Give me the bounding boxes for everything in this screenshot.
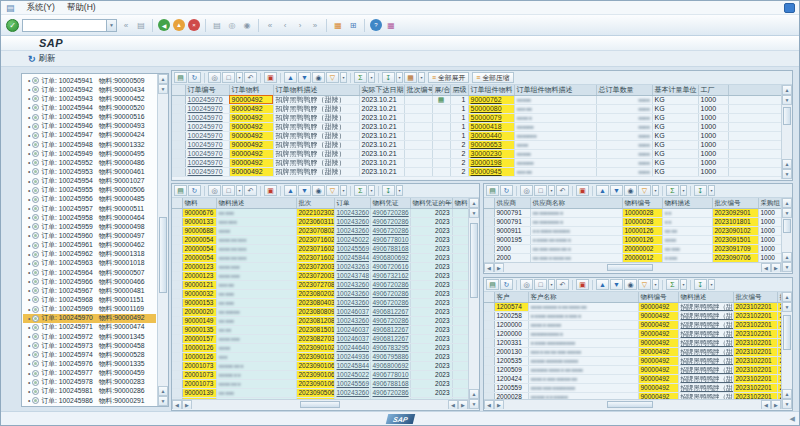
batches-cell[interactable]: 4906720616 [370,262,410,271]
batches-cell[interactable]: 4906720286 [370,316,410,325]
scroll-up-icon[interactable]: ▲ [782,252,792,262]
window-control-button[interactable] [784,3,795,13]
row-selector[interactable] [172,113,185,122]
components-cell[interactable]: 50000080 [468,104,514,113]
window-menu-icon[interactable]: ▤ [6,3,15,13]
column-header[interactable]: 物料描述 [216,198,296,208]
refresh-icon[interactable]: ↻ [188,185,201,196]
scroll-down-icon[interactable]: ▼ [782,208,792,218]
cancel-icon[interactable]: × [188,19,200,31]
column-header[interactable]: 工厂 [698,85,728,95]
column-header[interactable]: 批次编号 [712,198,758,208]
vertical-scrollbar[interactable]: ▲ ▼ ▲ ▼ [781,198,792,272]
last-page-icon[interactable]: » [309,19,321,32]
batches-cell[interactable]: 100245569 [334,379,370,388]
column-header[interactable] [728,85,781,95]
customers-cell[interactable]: 招牌黑鸭鸭脖（甜辣） [678,374,733,383]
scroll-left-icon[interactable]: ◀ [484,400,494,409]
row-selector[interactable] [172,208,182,217]
layout-dropdown-icon[interactable]: ▾ [418,72,425,83]
components-cell[interactable]: 30000198 [468,158,514,167]
batches-cell[interactable]: 4906812267 [370,325,410,334]
scroll-right-icon[interactable]: ▶ [771,263,781,272]
customers-cell[interactable]: 招牌黑鸭鸭脖（甜辣） [678,329,733,338]
export-dropdown-icon[interactable]: ▾ [396,72,403,83]
row-selector[interactable] [484,311,494,320]
copy-icon[interactable]: □ [222,72,235,83]
customers-cell[interactable]: 招牌黑鸭鸭脖（甜辣） [678,356,733,365]
details-icon[interactable]: ▤ [486,279,499,290]
row-selector[interactable] [172,95,185,104]
menu-system[interactable]: 系统(Y) [27,2,55,14]
column-header[interactable]: 客户名称 [528,292,638,302]
column-header[interactable]: 供应商 [494,198,530,208]
batches-cell[interactable]: 100243260 [334,289,370,298]
enter-button[interactable]: ✓ [6,19,19,32]
scroll-left-icon[interactable]: ◀ [172,400,182,409]
components-cell[interactable]: 30000230 [468,149,514,158]
components-cell[interactable]: 100245970 [185,158,229,167]
scroll-down-icon[interactable]: ▼ [782,399,792,409]
delete-icon[interactable]: ▣ [264,185,277,196]
sortdesc-icon[interactable]: ▼ [610,279,623,290]
scroll-down-icon[interactable]: ▼ [469,208,479,218]
column-header[interactable]: 实际下达日期 [359,85,404,95]
row-selector[interactable] [484,226,494,235]
undo-icon[interactable]: ↶ [556,279,569,290]
batches-cell[interactable]: 100243260 [334,208,370,217]
menu-help[interactable]: 帮助(H) [67,2,96,14]
copy-dropdown-icon[interactable]: ▾ [548,279,555,290]
batches-cell[interactable]: 4906788168 [370,379,410,388]
horizontal-scrollbar[interactable]: ◀ ▶ ◀ ▶ [172,399,468,409]
components-cell[interactable]: 30000440 [468,131,514,140]
customers-cell[interactable]: 招牌黑鸭鸭脖（甜辣） [678,347,733,356]
sortdesc-icon[interactable]: ▼ [298,72,311,83]
sum-icon[interactable]: Σ [666,185,679,196]
column-header[interactable]: 订单物料描述 [273,85,359,95]
delete-icon[interactable]: ▣ [576,279,589,290]
batches-cell[interactable]: 4906783295 [370,343,410,352]
column-header[interactable]: 物料凭证的年份 [410,198,452,208]
scroll-up-icon[interactable]: ▲ [158,74,168,84]
filter-dropdown-icon[interactable]: ▾ [652,185,659,196]
row-selector[interactable] [172,298,182,307]
column-header[interactable]: 物料描述 [678,292,733,302]
next-page-icon[interactable]: › [294,19,306,32]
scroll-down-icon[interactable]: ▼ [469,399,479,409]
vertical-scrollbar[interactable]: ▲ ▼ ▲ ▼ [468,198,479,409]
scroll-thumb[interactable] [607,264,653,271]
batches-cell[interactable]: 4906800692 [370,361,410,370]
row-selector[interactable] [484,338,494,347]
row-selector[interactable] [484,356,494,365]
column-header[interactable]: 订单组件物料描述 [514,85,596,95]
scroll-up-icon[interactable]: ▲ [469,389,479,399]
batches-cell[interactable]: 100244936 [334,352,370,361]
tree-item[interactable]: •订单: 100245986物料:90000291 [23,396,156,405]
batches-cell[interactable]: 100245569 [334,244,370,253]
row-selector[interactable] [484,365,494,374]
filter-icon[interactable]: ▽ [638,279,651,290]
column-header[interactable]: 订单 [334,198,370,208]
scroll-thumb[interactable] [470,223,478,298]
tree-scrollbar[interactable]: ▲ ▼ ▲ ▼ [157,74,168,406]
column-header[interactable]: 物料凭 [452,198,468,208]
row-selector[interactable] [172,334,182,343]
status-expand-icon[interactable]: ◀ [790,415,795,423]
row-selector[interactable] [172,271,182,280]
column-header[interactable]: 展/合 [432,85,450,95]
customize-icon[interactable]: ▦ [385,19,397,32]
row-selector[interactable] [172,122,185,131]
customers-cell[interactable]: 招牌黑鸭鸭脖（甜辣） [678,383,733,392]
find-icon[interactable]: ◎ [226,19,238,32]
row-selector[interactable] [484,302,494,311]
row-selector[interactable] [484,208,494,217]
sortdesc-icon[interactable]: ▼ [610,185,623,196]
scroll-down-icon[interactable]: ▼ [158,396,168,406]
select-all-button[interactable] [172,85,185,95]
copy-icon[interactable]: □ [534,185,547,196]
batches-cell[interactable]: 100245022 [334,370,370,379]
column-header[interactable]: 订单物料 [229,85,273,95]
sortasc-icon[interactable]: ▲ [284,185,297,196]
filter-dropdown-icon[interactable]: ▾ [652,279,659,290]
delete-icon[interactable]: ▣ [576,185,589,196]
